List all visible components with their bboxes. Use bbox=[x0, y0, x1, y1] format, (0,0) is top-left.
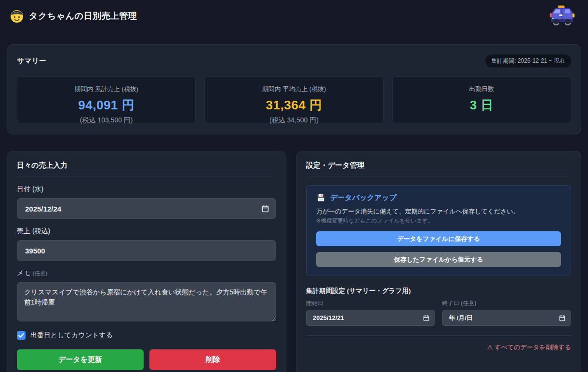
daily-entry-panel: 日々の売上入力 日付 (水) 2025/12/24 売上 (税込) メモ (任意… bbox=[7, 151, 286, 372]
driver-face-icon bbox=[10, 9, 24, 23]
backup-description: 万が一のデータ消失に備えて、定期的にファイルへ保存してください。 bbox=[316, 207, 561, 216]
sales-label: 売上 (税込) bbox=[17, 227, 276, 236]
memo-label-text: メモ bbox=[17, 269, 31, 277]
summary-panel: サマリー 集計期間: 2025-12-21 ~ 現在 期間内 累計売上 (税抜)… bbox=[7, 44, 581, 134]
card-value: 94,091 円 bbox=[17, 97, 195, 114]
delete-entry-button[interactable]: 削除 bbox=[149, 349, 276, 370]
end-date-label: 終了日 (任意) bbox=[442, 299, 571, 307]
summary-cards: 期間内 累計売上 (税抜) 94,091 円 (税込 103,500 円) 期間… bbox=[17, 76, 571, 123]
backup-note: ※機種変更時などもこのファイルを使います。 bbox=[316, 217, 561, 225]
card-label: 期間内 累計売上 (税抜) bbox=[17, 85, 195, 93]
update-data-button[interactable]: データを更新 bbox=[17, 349, 144, 370]
calendar-icon[interactable] bbox=[559, 315, 565, 321]
calendar-icon[interactable] bbox=[423, 315, 429, 321]
start-date-field: 開始日 2025/12/21 bbox=[306, 299, 435, 326]
delete-all-data-label: すべてのデータを削除する bbox=[494, 344, 571, 351]
entry-panel-title: 日々の売上入力 bbox=[17, 161, 276, 176]
card-value: 3 日 bbox=[393, 97, 571, 114]
settings-panel-title: 設定・データ管理 bbox=[306, 161, 571, 176]
page-title: タクちゃんの日別売上管理 bbox=[29, 10, 137, 22]
memo-label: メモ (任意) bbox=[17, 269, 276, 278]
date-label: 日付 (水) bbox=[17, 185, 276, 194]
start-date-value: 2025/12/21 bbox=[313, 314, 344, 321]
restore-from-file-button[interactable]: 保存したファイルから復元する bbox=[316, 252, 561, 267]
card-sub: (税込 103,500 円) bbox=[17, 116, 195, 125]
app-header: タクちゃんの日別売上管理 bbox=[0, 0, 588, 30]
summary-title: サマリー bbox=[17, 56, 46, 66]
card-workdays: 出勤日数 3 日 bbox=[392, 76, 571, 123]
end-date-input[interactable]: 年 /月/日 bbox=[442, 310, 571, 326]
calendar-icon[interactable] bbox=[262, 205, 269, 213]
backup-title: データバックアップ bbox=[330, 193, 397, 202]
start-date-label: 開始日 bbox=[306, 299, 435, 307]
delete-all-data-link[interactable]: ⚠ すべてのデータを削除する bbox=[487, 344, 571, 351]
date-value: 2025/12/24 bbox=[25, 205, 61, 213]
taxi-icon bbox=[548, 4, 576, 27]
divider bbox=[306, 335, 571, 336]
card-value: 31,364 円 bbox=[205, 97, 383, 114]
card-label: 出勤日数 bbox=[393, 85, 571, 93]
date-input[interactable]: 2025/12/24 bbox=[17, 198, 276, 219]
end-date-field: 終了日 (任意) 年 /月/日 bbox=[442, 299, 571, 326]
save-to-file-button[interactable]: データをファイルに保存する bbox=[316, 231, 561, 246]
period-settings-title: 集計期間設定 (サマリー・グラフ用) bbox=[306, 287, 571, 295]
workday-checkbox[interactable] bbox=[17, 331, 26, 340]
start-date-input[interactable]: 2025/12/21 bbox=[306, 310, 435, 326]
period-badge: 集計期間: 2025-12-21 ~ 現在 bbox=[485, 54, 571, 67]
sales-input[interactable] bbox=[17, 240, 276, 261]
warning-icon: ⚠ bbox=[487, 344, 493, 351]
settings-panel: 設定・データ管理 データバックアップ 万が一のデータ消失に備えて、定期的にファイ… bbox=[296, 151, 581, 372]
card-sub: (税込 34,500 円) bbox=[205, 116, 383, 125]
workday-checkbox-label[interactable]: 出番日としてカウントする bbox=[30, 331, 113, 340]
memo-optional-text: (任意) bbox=[33, 270, 48, 276]
backup-box: データバックアップ 万が一のデータ消失に備えて、定期的にファイルへ保存してくださ… bbox=[306, 185, 571, 276]
card-average-sales: 期間内 平均売上 (税抜) 31,364 円 (税込 34,500 円) bbox=[204, 76, 383, 123]
card-total-sales: 期間内 累計売上 (税抜) 94,091 円 (税込 103,500 円) bbox=[17, 76, 196, 123]
end-date-placeholder: 年 /月/日 bbox=[449, 314, 473, 322]
memo-textarea[interactable]: クリスマスイブで渋谷から原宿にかけて入れ食い状態だった。夕方5時出勤で午前1時帰… bbox=[17, 282, 276, 321]
card-label: 期間内 平均売上 (税抜) bbox=[205, 85, 383, 93]
floppy-disk-icon bbox=[316, 193, 326, 202]
